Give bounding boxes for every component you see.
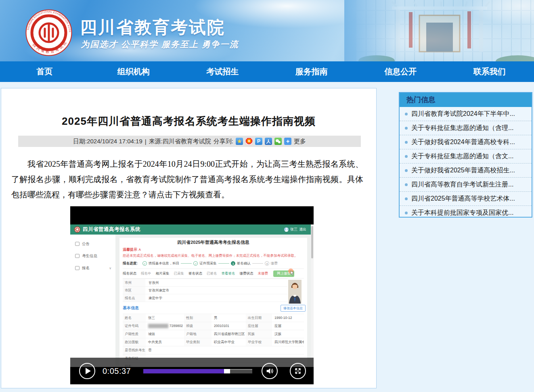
- info-value: 张三: [146, 314, 184, 322]
- nav-item-enrollment[interactable]: 考试招生: [178, 61, 267, 82]
- loc-value: 甘孜州: [145, 279, 159, 286]
- hot-info-item[interactable]: 关于本科提前批国家专项及国家优...: [400, 206, 532, 220]
- table-row: 户籍性质 城镇 户籍地 四川省成都市锦江区 民族 汉族: [123, 330, 304, 338]
- info-value: 20010101: [212, 322, 246, 330]
- sys-sidebar: 公告 考生信息 报名 ∨: [70, 235, 115, 367]
- table-row: 市区 甘孜州康定市: [123, 287, 287, 294]
- video-controls: 0:05:37: [70, 358, 314, 384]
- nav-item-home[interactable]: 首页: [0, 61, 89, 82]
- hot-info-link[interactable]: 四川省教育考试院2024年下半年中...: [411, 110, 515, 118]
- step-label: 证件照采集: [199, 261, 217, 266]
- info-value: 1990-10-12: [272, 314, 304, 322]
- info-value: 城镇: [146, 330, 184, 338]
- qzone-share-icon[interactable]: ★: [236, 138, 243, 145]
- info-label: 政治面貌: [123, 338, 146, 346]
- hot-info-item[interactable]: 关于做好我省2024年普通高校专科...: [400, 135, 532, 149]
- info-value: 7289802: [146, 322, 184, 330]
- status-label: 报名状态: [123, 271, 136, 276]
- nav-item-services[interactable]: 服务指南: [267, 61, 356, 82]
- step-connector: [252, 263, 263, 264]
- step-current-icon: 3: [231, 261, 235, 266]
- article-body: 我省2025年普通高考网上报名于2024年10月24日9:00正式开始，为让高三…: [11, 156, 363, 202]
- main-nav: 首页 组织机构 考试招生 服务指南 信息公开 联系我们: [0, 61, 534, 82]
- more-share-icon[interactable]: +: [284, 138, 291, 145]
- step-label: 缴费: [271, 261, 278, 266]
- sys-menu-announcements: 公告: [70, 238, 115, 250]
- volume-button[interactable]: [262, 363, 278, 379]
- sys-tip: 温馨提示 ∧: [123, 247, 141, 252]
- sys-progress-steps: 报名进度: ✓ 填报基本信息，科目 ✓ 证件照采集 3 签名确认 4 缴费: [123, 260, 306, 266]
- hot-info-item[interactable]: 关于专科批征集志愿的通知（含理...: [400, 121, 532, 135]
- sys-menu-label: 公告: [82, 241, 90, 247]
- step-connector: [218, 263, 229, 264]
- nav-item-organization[interactable]: 组织机构: [89, 61, 178, 82]
- video-progress-bar[interactable]: [143, 369, 252, 373]
- nav-item-disclosure[interactable]: 信息公开: [356, 61, 445, 82]
- hot-info-link[interactable]: 关于本科提前批国家专项及国家优...: [411, 209, 513, 217]
- redaction-blur: [148, 324, 168, 328]
- share-label: 分享到:: [214, 138, 233, 145]
- share-more-label[interactable]: 更多: [294, 138, 306, 145]
- step-done-icon: ✓: [193, 261, 198, 266]
- wechat-share-icon[interactable]: [274, 138, 282, 145]
- info-label: 是否残疾考生: [123, 346, 146, 354]
- progress-label: 报名进度:: [123, 261, 138, 266]
- info-label: 性别: [184, 314, 212, 322]
- page: SICHUAN EDUCATIONAL EXAMINATION AUTHORIT…: [0, 0, 534, 392]
- hot-info-link[interactable]: 关于做好我省2025年普通高校招生...: [411, 166, 515, 175]
- sys-content-panel: 四川省2025年普通高考考生报名信息 温馨提示 ∧ 您还未完成正式报名，请继续完…: [119, 238, 307, 367]
- nav-item-contact[interactable]: 联系我们: [445, 61, 534, 82]
- hot-info-link[interactable]: 关于专科批征集志愿的通知（含理...: [411, 124, 513, 132]
- site-slogan: 为国选才 公平科学 服务至上 勇争一流: [81, 39, 239, 50]
- basic-info-label: 基本信息: [123, 305, 139, 311]
- info-value: 男: [212, 314, 246, 322]
- status-value: 已采集: [174, 271, 184, 276]
- hot-info-item[interactable]: 四川省2025年普通高等学校艺术体...: [400, 192, 532, 206]
- status-value: 报名中: [141, 271, 151, 276]
- step-pending-icon: 4: [265, 261, 269, 266]
- weibo-share-icon[interactable]: [245, 138, 253, 145]
- table-row: 证件号码 7289802 班级 20010101 应往届 应届: [123, 322, 304, 330]
- video-timestamp: 0:05:37: [103, 367, 131, 376]
- video-player[interactable]: 四川省普通高考报名系统 张三 退出 公告: [70, 206, 314, 384]
- hot-info-item[interactable]: 四川省高等教育自学考试新生注册...: [400, 178, 532, 192]
- sys-page-title: 四川省2025年普通高考考生报名信息: [119, 239, 307, 245]
- status-label: 签名状态: [188, 271, 202, 276]
- chevron-down-icon: ∨: [109, 266, 111, 270]
- progress-handle[interactable]: [224, 369, 230, 373]
- bullet-icon: [405, 183, 408, 186]
- p-share-icon[interactable]: P: [255, 138, 262, 145]
- renren-share-icon[interactable]: 人: [265, 138, 272, 145]
- bullet-icon: [405, 155, 408, 158]
- hot-info-item[interactable]: 关于做好我省2025年普通高校招生...: [400, 164, 532, 178]
- hot-info-link[interactable]: 四川省高等教育自学考试新生注册...: [411, 180, 513, 189]
- hot-info-link[interactable]: 关于做好我省2024年普通高校专科...: [411, 138, 515, 147]
- info-label: 户籍性质: [123, 330, 146, 338]
- info-label: 毕业类别: [184, 338, 212, 346]
- candidate-id-photo: [288, 280, 302, 304]
- fullscreen-icon: [294, 367, 302, 375]
- unpaid-status: 未缴费: [258, 271, 268, 276]
- meta-separator: |: [145, 138, 147, 145]
- sys-status-row: 报名状态 报名中 相片采集 已采集 签名状态 已签名 查看签名 缴费状态 未缴费…: [123, 268, 304, 279]
- loc-label: 市区: [123, 287, 145, 294]
- announcement-icon: [75, 242, 80, 246]
- hot-info-link[interactable]: 关于专科批征集志愿的通知（含文...: [411, 152, 513, 161]
- sys-pay-button: 网上缴费: [273, 270, 294, 277]
- info-label: 班级: [184, 322, 212, 330]
- info-value: 四川师范大学附属中学: [272, 338, 304, 346]
- play-button[interactable]: [79, 363, 95, 379]
- site-logo[interactable]: SICHUAN EDUCATIONAL EXAMINATION AUTHORIT…: [25, 9, 73, 57]
- article-title: 2025年四川省普通高考报名系统考生端操作指南视频: [1, 114, 376, 128]
- bullet-icon: [405, 141, 408, 144]
- hot-info-item[interactable]: 四川省教育考试院2024年下半年中...: [400, 107, 532, 121]
- article-source: 来源:四川省教育考试院: [149, 138, 211, 145]
- article-date: 日期:2024/10/24 17:04:19: [73, 138, 142, 145]
- sys-header: 四川省普通高考报名系统 张三 退出: [70, 224, 314, 235]
- sys-app-title: 四川省普通高考报名系统: [83, 226, 140, 233]
- hot-info-item[interactable]: 关于专科批征集志愿的通知（含文...: [400, 149, 532, 164]
- fullscreen-button[interactable]: [290, 363, 306, 379]
- candidate-info-icon: [75, 254, 80, 258]
- hot-info-link[interactable]: 四川省2025年普通高等学校艺术体...: [411, 195, 515, 203]
- article-meta-bar: 日期:2024/10/24 17:04:19 | 来源:四川省教育考试院 分享到…: [18, 136, 361, 147]
